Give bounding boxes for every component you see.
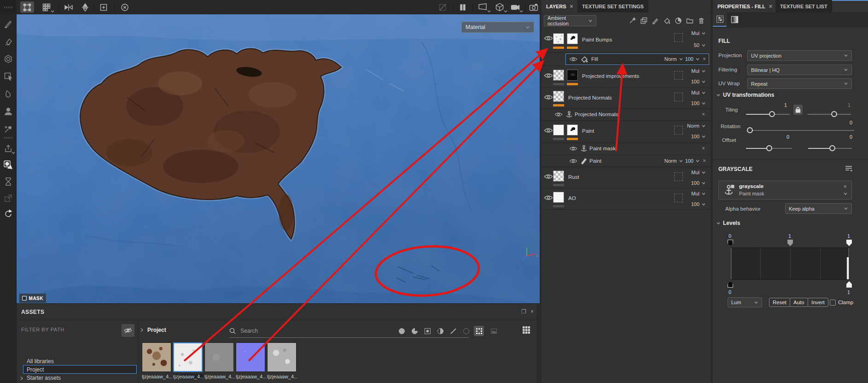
- visibility-eye-icon[interactable]: [544, 173, 553, 180]
- visibility-eye-icon[interactable]: [569, 158, 578, 165]
- blend-mode-select[interactable]: Mul: [678, 67, 706, 75]
- blend-mode-select[interactable]: Norm: [678, 122, 706, 130]
- tab-layers[interactable]: LAYERS ×: [542, 0, 578, 12]
- blend-mode-select[interactable]: Mul: [678, 29, 706, 37]
- tiling-y-slider[interactable]: [807, 111, 851, 118]
- levels-section-title[interactable]: Levels: [723, 220, 740, 226]
- layer-content-thumbnail[interactable]: [553, 171, 564, 182]
- pivot-button[interactable]: [97, 1, 111, 13]
- material-picker-tool-button[interactable]: [2, 123, 14, 135]
- mirror-y-button[interactable]: [78, 1, 92, 13]
- uv-wrap-select[interactable]: Repeat: [747, 78, 852, 89]
- magic-wand-icon[interactable]: [629, 17, 636, 24]
- visibility-eye-icon[interactable]: [544, 194, 553, 201]
- visibility-eye-icon[interactable]: [544, 94, 553, 100]
- layer-name[interactable]: Projected Normals: [575, 112, 618, 117]
- projection-tool-button[interactable]: [2, 53, 14, 65]
- eraser-tool-button[interactable]: [2, 35, 14, 47]
- layer-row-paint-bumps[interactable]: Paint Bumps Mul 50: [542, 27, 711, 53]
- mirror-x-button[interactable]: [62, 1, 76, 13]
- levels-clamp-checkbox[interactable]: [830, 300, 836, 306]
- layer-name[interactable]: Projected Normals: [568, 95, 612, 100]
- layer-name[interactable]: Paint: [589, 158, 601, 164]
- blend-mode-select[interactable]: Mul: [678, 89, 706, 96]
- levels-invert-button[interactable]: Invert: [808, 298, 828, 307]
- tab-properties-fill[interactable]: PROPERTIES - FILL ×: [713, 0, 777, 12]
- remove-effect-button[interactable]: ×: [702, 56, 707, 62]
- smudge-tool-button[interactable]: [2, 88, 14, 100]
- tab-texture-set-settings[interactable]: TEXTURE SET SETTINGS: [577, 0, 648, 12]
- display-materials-button[interactable]: [2, 159, 14, 171]
- breadcrumb[interactable]: Project: [140, 327, 166, 333]
- blend-mode-select[interactable]: Mul: [678, 190, 706, 197]
- opacity-select[interactable]: 100: [678, 200, 706, 208]
- collapse-chevron-icon[interactable]: [716, 222, 721, 225]
- restore-panel-icon[interactable]: ❐: [521, 308, 526, 315]
- sidebar-item-starter-assets[interactable]: Starter assets: [27, 375, 61, 381]
- opacity-select[interactable]: 100: [678, 78, 706, 85]
- projection-select[interactable]: UV projection: [747, 50, 852, 61]
- tile-mode-button[interactable]: [40, 1, 53, 13]
- paint-tool-button[interactable]: [2, 18, 14, 30]
- alpha-behavior-select[interactable]: Keep alpha: [785, 203, 852, 214]
- grid-view-icon[interactable]: [521, 325, 531, 335]
- camera-animation-button[interactable]: [508, 1, 522, 13]
- trash-icon[interactable]: [698, 17, 705, 24]
- stencil-off-button[interactable]: [436, 1, 449, 13]
- layer-name[interactable]: Paint: [582, 128, 594, 134]
- hide-filter-button[interactable]: [122, 324, 134, 337]
- levels-in-high-handle[interactable]: [846, 240, 852, 246]
- remove-effect-button[interactable]: ×: [702, 158, 707, 164]
- layer-name[interactable]: Paint mask: [589, 146, 616, 151]
- layer-row-projected-normals[interactable]: Projected Normals Mul 100: [542, 88, 711, 109]
- asset-thumbnail-selected[interactable]: [173, 342, 203, 372]
- remove-effect-button[interactable]: ×: [701, 145, 706, 152]
- asset-thumbnail[interactable]: [142, 342, 171, 372]
- opacity-value[interactable]: 100: [685, 158, 693, 164]
- levels-histogram[interactable]: [730, 247, 850, 280]
- reset-transform-button[interactable]: [118, 1, 132, 13]
- opacity-select[interactable]: 100: [678, 133, 706, 140]
- subtab-grayscale-view[interactable]: [728, 12, 741, 27]
- filter-texture-grid-icon[interactable]: [474, 326, 484, 336]
- screenshot-button[interactable]: [527, 1, 541, 13]
- viewport-display-mode-select[interactable]: Material: [461, 22, 534, 33]
- filter-material-sphere-icon[interactable]: [396, 326, 407, 336]
- layer-name[interactable]: Fill: [591, 56, 598, 62]
- clear-resource-button[interactable]: ×: [842, 183, 848, 190]
- expand-chevron-icon[interactable]: [20, 376, 23, 381]
- visibility-eye-icon[interactable]: [569, 56, 578, 63]
- layer-name[interactable]: Rust: [568, 174, 579, 180]
- viewport-3d[interactable]: x: [17, 14, 540, 303]
- levels-out-low-handle[interactable]: [728, 281, 733, 288]
- external-editor-button[interactable]: [2, 192, 14, 204]
- rotation-slider[interactable]: [747, 127, 854, 134]
- blend-mode-value[interactable]: Norm: [664, 158, 677, 164]
- blend-mode-select[interactable]: Mul: [678, 169, 706, 176]
- asset-thumbnail[interactable]: [236, 342, 265, 372]
- grayscale-resource-slot[interactable]: grayscale Paint mask ×: [718, 181, 852, 200]
- layer-row-fill[interactable]: Fill Norm 100 ×: [542, 53, 711, 66]
- blend-mode-value[interactable]: Norm: [664, 56, 677, 62]
- sidebar-item-all-libraries[interactable]: All libraries: [27, 358, 54, 365]
- offset-x-slider[interactable]: [746, 145, 792, 152]
- offset-y-value[interactable]: 0: [850, 134, 852, 140]
- chevron-down-icon[interactable]: [843, 192, 848, 195]
- layer-row-paint[interactable]: Paint Norm 100: [542, 121, 711, 143]
- list-menu-icon[interactable]: [845, 165, 853, 172]
- visibility-eye-icon[interactable]: [544, 35, 553, 41]
- add-effect-icon[interactable]: [640, 17, 647, 24]
- offset-y-slider[interactable]: [808, 145, 852, 152]
- rotation-value[interactable]: 0: [850, 120, 852, 125]
- filter-brush-square-icon[interactable]: [422, 326, 432, 336]
- clone-tool-button[interactable]: [2, 106, 14, 118]
- opacity-select[interactable]: 100: [678, 179, 706, 187]
- layer-row-projected-normals-anchor[interactable]: Projected Normals ×: [542, 109, 711, 121]
- asset-thumbnail[interactable]: [204, 342, 234, 372]
- layer-row-ao[interactable]: AO Mul 100: [542, 189, 711, 210]
- layer-content-thumbnail[interactable]: [553, 124, 564, 136]
- perspective-camera-button[interactable]: [476, 1, 490, 13]
- layer-content-thumbnail[interactable]: [553, 33, 564, 44]
- layer-name[interactable]: Paint Bumps: [582, 37, 612, 42]
- offset-x-value[interactable]: 0: [786, 134, 789, 140]
